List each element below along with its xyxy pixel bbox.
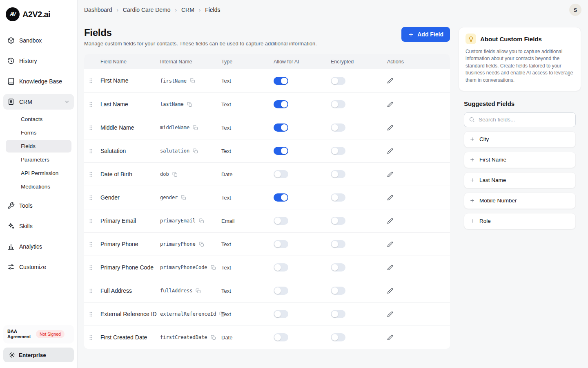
search-input[interactable] bbox=[479, 117, 571, 123]
copy-icon[interactable] bbox=[190, 78, 195, 83]
drag-handle-icon[interactable] bbox=[84, 334, 100, 341]
edit-icon[interactable] bbox=[387, 218, 393, 224]
suggested-field-role[interactable]: Role bbox=[464, 213, 576, 229]
copy-icon[interactable] bbox=[211, 265, 216, 270]
breadcrumb-crm[interactable]: CRM bbox=[181, 7, 194, 13]
drag-handle-icon[interactable] bbox=[84, 171, 100, 178]
table-row: Salutation salutation Text bbox=[84, 139, 450, 162]
suggested-field-mobile-number[interactable]: Mobile Number bbox=[464, 193, 576, 209]
drag-handle-icon[interactable] bbox=[84, 241, 100, 248]
page-header: Fields Manage custom fields for your con… bbox=[84, 27, 450, 47]
edit-icon[interactable] bbox=[387, 148, 393, 154]
edit-icon[interactable] bbox=[387, 334, 393, 341]
encrypted-toggle[interactable] bbox=[331, 217, 345, 225]
drag-handle-icon[interactable] bbox=[84, 101, 100, 108]
drag-handle-icon[interactable] bbox=[84, 124, 100, 131]
allow-ai-toggle[interactable] bbox=[274, 310, 288, 318]
encrypted-toggle[interactable] bbox=[331, 263, 345, 272]
field-type: Text bbox=[221, 241, 274, 247]
drag-handle-icon[interactable] bbox=[84, 218, 100, 224]
right-panel: About Custom Fields Custom fields allow … bbox=[459, 27, 581, 229]
allow-ai-toggle[interactable] bbox=[274, 170, 288, 178]
drag-handle-icon[interactable] bbox=[84, 148, 100, 155]
baa-agreement[interactable]: BAA Agreement Not Signed bbox=[3, 325, 74, 344]
copy-icon[interactable] bbox=[193, 125, 198, 130]
edit-icon[interactable] bbox=[387, 311, 393, 317]
allow-ai-toggle[interactable] bbox=[274, 217, 288, 225]
sidebar-item-parameters[interactable]: Parameters bbox=[6, 153, 71, 166]
breadcrumb-dashboard[interactable]: Dashboard bbox=[84, 7, 112, 13]
add-field-button[interactable]: Add Field bbox=[401, 27, 450, 42]
allow-ai-toggle[interactable] bbox=[274, 123, 288, 132]
field-name: Date of Birth bbox=[100, 171, 160, 178]
sidebar-item-skills[interactable]: Skills bbox=[3, 218, 74, 234]
edit-icon[interactable] bbox=[387, 125, 393, 131]
allow-ai-toggle[interactable] bbox=[274, 77, 288, 85]
encrypted-toggle[interactable] bbox=[331, 333, 345, 341]
allow-ai-toggle[interactable] bbox=[274, 287, 288, 295]
table-row: External Reference ID externalReferenceI… bbox=[84, 302, 450, 325]
sidebar-item-label: Tools bbox=[19, 202, 33, 209]
encrypted-toggle[interactable] bbox=[331, 147, 345, 155]
allow-ai-toggle[interactable] bbox=[274, 333, 288, 341]
allow-ai-toggle[interactable] bbox=[274, 240, 288, 248]
allow-ai-toggle[interactable] bbox=[274, 100, 288, 108]
sidebar-item-history[interactable]: History bbox=[3, 53, 74, 69]
suggested-field-label: Role bbox=[479, 218, 491, 224]
copy-icon[interactable] bbox=[211, 335, 216, 340]
encrypted-toggle[interactable] bbox=[331, 123, 345, 132]
sidebar-item-forms[interactable]: Forms bbox=[6, 126, 71, 139]
drag-handle-icon[interactable] bbox=[84, 194, 100, 201]
suggested-field-last-name[interactable]: Last Name bbox=[464, 172, 576, 188]
sidebar-item-analytics[interactable]: Analytics bbox=[3, 239, 74, 254]
encrypted-toggle[interactable] bbox=[331, 100, 345, 108]
encrypted-toggle[interactable] bbox=[331, 240, 345, 248]
edit-icon[interactable] bbox=[387, 171, 393, 177]
sidebar-item-crm[interactable]: CRM bbox=[3, 94, 74, 110]
encrypted-toggle[interactable] bbox=[331, 193, 345, 202]
edit-icon[interactable] bbox=[387, 195, 393, 201]
drag-handle-icon[interactable] bbox=[84, 287, 100, 294]
encrypted-toggle[interactable] bbox=[331, 287, 345, 295]
encrypted-toggle[interactable] bbox=[331, 170, 345, 178]
encrypted-toggle[interactable] bbox=[331, 310, 345, 318]
edit-icon[interactable] bbox=[387, 288, 393, 294]
column-header-type: Type bbox=[221, 59, 274, 65]
breadcrumb-cardio-care-demo[interactable]: Cardio Care Demo bbox=[123, 7, 171, 13]
sidebar-item-tools[interactable]: Tools bbox=[3, 198, 74, 213]
copy-icon[interactable] bbox=[196, 288, 201, 294]
copy-icon[interactable] bbox=[193, 148, 198, 154]
edit-icon[interactable] bbox=[387, 241, 393, 247]
drag-handle-icon[interactable] bbox=[84, 264, 100, 271]
edit-icon[interactable] bbox=[387, 101, 393, 108]
suggested-field-city[interactable]: City bbox=[464, 131, 576, 148]
brand-logo: AV A2V2.ai bbox=[3, 6, 74, 23]
copy-icon[interactable] bbox=[181, 195, 186, 200]
encrypted-toggle[interactable] bbox=[331, 77, 345, 85]
table-row: First Name firstName Text bbox=[84, 69, 450, 92]
sidebar-item-medications[interactable]: Medications bbox=[6, 180, 71, 193]
sidebar-item-label: Knowledge Base bbox=[19, 78, 62, 85]
field-type: Text bbox=[221, 265, 274, 271]
suggested-field-first-name[interactable]: First Name bbox=[464, 152, 576, 168]
sidebar-item-customize[interactable]: Customize bbox=[3, 259, 74, 275]
avatar[interactable]: S bbox=[569, 4, 581, 16]
sidebar-item-sandbox[interactable]: Sandbox bbox=[3, 33, 74, 48]
internal-name: salutation bbox=[160, 148, 189, 154]
allow-ai-toggle[interactable] bbox=[274, 147, 288, 155]
drag-handle-icon[interactable] bbox=[84, 77, 100, 84]
drag-handle-icon[interactable] bbox=[84, 311, 100, 318]
allow-ai-toggle[interactable] bbox=[274, 193, 288, 202]
enterprise-button[interactable]: Enterprise bbox=[3, 348, 74, 362]
sidebar-item-contacts[interactable]: Contacts bbox=[6, 113, 71, 126]
edit-icon[interactable] bbox=[387, 265, 393, 271]
sidebar-item-knowledge-base[interactable]: Knowledge Base bbox=[3, 74, 74, 89]
copy-icon[interactable] bbox=[199, 242, 204, 247]
sidebar-item-api-permission[interactable]: API Permission bbox=[6, 167, 71, 180]
copy-icon[interactable] bbox=[187, 102, 192, 107]
allow-ai-toggle[interactable] bbox=[274, 263, 288, 272]
sidebar-item-fields[interactable]: Fields bbox=[6, 140, 71, 153]
copy-icon[interactable] bbox=[172, 172, 178, 177]
copy-icon[interactable] bbox=[199, 218, 204, 224]
edit-icon[interactable] bbox=[387, 78, 393, 84]
